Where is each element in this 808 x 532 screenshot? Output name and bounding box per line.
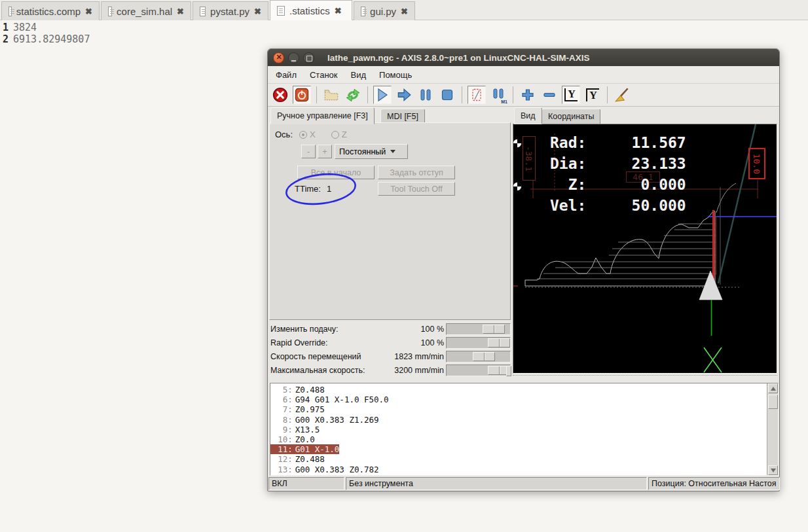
tab-close-icon[interactable] xyxy=(254,7,261,16)
home-all-button[interactable]: Все в начало xyxy=(297,166,375,179)
pause-button[interactable] xyxy=(416,86,435,104)
jog-minus-button[interactable]: - xyxy=(301,145,316,158)
origin-marker xyxy=(513,139,522,191)
dro-value: 11.567 xyxy=(586,132,686,153)
editor-tab-statistics[interactable]: .statistics xyxy=(270,0,352,20)
machine-power-button[interactable] xyxy=(293,86,311,104)
file-icon xyxy=(277,6,285,16)
gcode-line[interactable]: 7:Z0.975 xyxy=(270,404,766,414)
skip-lines-icon xyxy=(469,87,485,103)
feed-override-slider[interactable] xyxy=(446,323,511,335)
slider-handle[interactable] xyxy=(488,338,510,347)
scrollbar-thumb[interactable] xyxy=(768,395,778,409)
window-close-button[interactable] xyxy=(273,52,284,63)
gcode-line-active[interactable]: 11:G01 X-1.0 xyxy=(270,444,766,454)
radio-icon xyxy=(331,131,339,139)
line-number: 1 xyxy=(3,22,9,33)
toolbar-separator xyxy=(367,86,368,103)
run-button[interactable] xyxy=(373,86,392,104)
tab-close-icon[interactable] xyxy=(85,7,92,16)
slider-handle[interactable] xyxy=(473,352,495,361)
step-button[interactable] xyxy=(395,86,413,104)
tool-touch-off-button[interactable]: Tool Touch Off xyxy=(378,182,455,196)
plus-icon xyxy=(520,87,536,103)
editor-tab-pystat-py[interactable]: pystat.py xyxy=(193,1,268,20)
toolbar-separator xyxy=(462,86,462,103)
window-titlebar[interactable]: lathe_pawn.ngc - AXIS 2.8.0~pre1 on Linu… xyxy=(268,49,779,66)
estop-button[interactable] xyxy=(271,86,289,104)
gcode-line[interactable]: 9:X13.5 xyxy=(270,425,766,434)
y-axis-view-icon: Y xyxy=(564,88,578,101)
view-y-button[interactable]: Y xyxy=(562,86,580,104)
scroll-down-arrow[interactable] xyxy=(768,465,778,475)
rapid-override-slider[interactable] xyxy=(446,337,511,349)
window-maximize-button[interactable] xyxy=(303,52,314,63)
preview-canvas[interactable]: -38.1 46.1 10.0 Rad:11.567 Dia:23.133 Z:… xyxy=(513,124,777,374)
editor-tab-statistics-comp[interactable]: statistics.comp xyxy=(1,1,100,20)
clear-plot-button[interactable] xyxy=(613,86,631,104)
tab-label: Вид xyxy=(521,111,536,120)
tab-label: MDI [F5] xyxy=(387,112,418,121)
tab-manual-control[interactable]: Ручное управление [F3] xyxy=(270,107,375,124)
estop-icon xyxy=(272,86,289,103)
gcode-line[interactable]: 10:Z0.0 xyxy=(270,434,766,444)
window-title: lathe_pawn.ngc - AXIS 2.8.0~pre1 on Linu… xyxy=(327,53,589,63)
menu-machine[interactable]: Станок xyxy=(310,70,338,80)
toolbar: M1 Y Y xyxy=(268,84,779,107)
dro-label: Rad: xyxy=(550,132,586,153)
radio-axis-z[interactable]: Z xyxy=(331,130,347,139)
max-velocity-slider[interactable] xyxy=(446,364,511,376)
line-text: 6913.82949807 xyxy=(13,33,90,45)
jog-speed-row: Скорость перемещений 1823 mm/min xyxy=(269,350,511,364)
gcode-line[interactable]: 8:G00 X0.383 Z1.269 xyxy=(270,415,766,425)
gcode-line[interactable]: 6:G94 G01 X-1.0 F50.0 xyxy=(270,395,766,404)
tab-close-icon[interactable] xyxy=(401,7,408,16)
stop-button[interactable] xyxy=(438,86,456,104)
line-number: 2 xyxy=(3,33,9,45)
skip-lines-toggle[interactable] xyxy=(468,86,486,104)
tab-dro[interactable]: Координаты xyxy=(542,109,600,124)
editor-tab-gui-py[interactable]: gui.py xyxy=(354,1,415,20)
tab-close-icon[interactable] xyxy=(335,6,342,16)
set-offset-button[interactable]: Задать отступ xyxy=(378,166,455,179)
gcode-line[interactable]: 5:Z0.488 xyxy=(270,385,766,395)
scroll-up-arrow[interactable] xyxy=(768,383,778,393)
dro-readout: Rad:11.567 Dia:23.133 Z:0.000 Vel:50.000 xyxy=(550,132,686,216)
open-file-button[interactable] xyxy=(322,86,340,104)
menu-file[interactable]: Файл xyxy=(276,70,297,80)
gcode-line-number: 10: xyxy=(270,434,295,444)
radio-axis-x[interactable]: X xyxy=(299,130,316,139)
jog-plus-button[interactable]: + xyxy=(318,145,332,158)
menu-view[interactable]: Вид xyxy=(351,70,367,80)
gcode-listing[interactable]: 5:Z0.488 6:G94 G01 X-1.0 F50.0 7:Z0.975 … xyxy=(270,383,779,476)
slider-handle[interactable] xyxy=(483,325,505,334)
tab-close-icon[interactable] xyxy=(177,7,184,16)
gcode-line[interactable]: 12:Z0.488 xyxy=(270,454,766,464)
zoom-out-button[interactable] xyxy=(540,86,559,104)
rapid-override-row: Rapid Override: 100 % xyxy=(269,336,511,350)
jog-speed-slider[interactable] xyxy=(446,351,511,363)
menu-help[interactable]: Помощь xyxy=(379,70,412,80)
view-y2-button[interactable]: Y xyxy=(583,86,602,104)
reload-button[interactable] xyxy=(344,86,362,104)
status-machine-state: ВКЛ xyxy=(268,477,344,490)
dim-label-right: 10.0 xyxy=(748,148,765,179)
zoom-in-button[interactable] xyxy=(519,86,537,104)
dim-label-left: -38.1 xyxy=(523,136,536,181)
gcode-scrollbar[interactable] xyxy=(767,383,778,475)
optional-stop-toggle[interactable]: M1 xyxy=(489,86,507,104)
tab-preview[interactable]: Вид xyxy=(514,107,542,124)
gcode-line[interactable]: 13:G00 X0.383 Z0.782 xyxy=(270,465,766,474)
editor-content[interactable]: 13824 26913.82949807 xyxy=(3,22,90,45)
status-bar: ВКЛ Без инструмента Позиция: Относительн… xyxy=(268,476,780,491)
gcode-line-text: G00 X0.383 Z1.269 xyxy=(295,415,379,425)
jog-mode-dropdown[interactable]: Постоянный xyxy=(335,144,408,159)
dro-label: Dia: xyxy=(550,153,586,174)
editor-tab-core-sim-hal[interactable]: core_sim.hal xyxy=(101,1,191,20)
button-label: - xyxy=(307,147,310,156)
pane-sash-grip[interactable] xyxy=(506,366,511,376)
window-minimize-button[interactable] xyxy=(288,52,299,63)
gcode-line-number: 6: xyxy=(270,395,295,404)
feed-override-row: Изменить подачу: 100 % xyxy=(269,323,511,336)
file-icon xyxy=(9,7,12,16)
